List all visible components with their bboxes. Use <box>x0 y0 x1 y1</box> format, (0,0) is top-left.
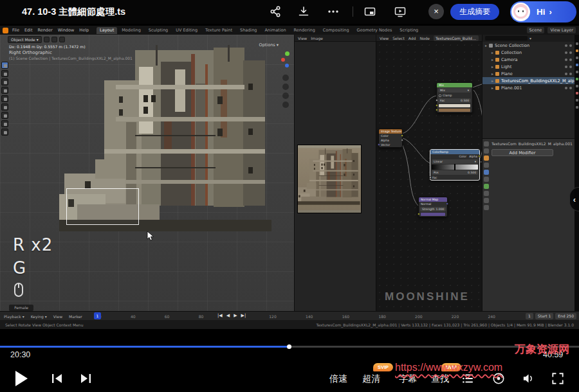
image-editor-pane[interactable]: ViewImage <box>295 35 376 311</box>
menu-item[interactable]: Help <box>79 28 89 33</box>
subtitles-button[interactable]: 字幕 <box>399 373 417 385</box>
ramp-handle[interactable] <box>454 164 455 170</box>
cursor-tool-icon[interactable] <box>1 70 8 77</box>
playback-speed-button[interactable]: 倍速 <box>329 373 347 385</box>
checkbox[interactable] <box>439 94 441 97</box>
outliner-item[interactable]: ▸ Camera <box>482 56 574 63</box>
annotate-tool-icon[interactable] <box>1 112 8 119</box>
move-tool-icon[interactable] <box>1 78 8 85</box>
select-box-tool-icon[interactable] <box>1 62 8 69</box>
selectability-icon[interactable] <box>569 66 572 68</box>
quality-button[interactable]: 超清 <box>362 373 380 385</box>
transport-button[interactable]: |◀ <box>217 313 223 318</box>
tab-icon[interactable] <box>576 71 578 73</box>
ramp-position-field[interactable]: Pos0.500 <box>432 170 478 175</box>
menu-item[interactable]: Add <box>409 36 416 40</box>
proportional-edit-icon[interactable] <box>51 37 57 42</box>
axis-gizmo-y[interactable] <box>285 51 290 56</box>
scale-tool-icon[interactable] <box>1 95 8 102</box>
volume-icon[interactable] <box>521 371 535 386</box>
fullscreen-icon[interactable] <box>551 371 565 386</box>
seek-handle[interactable] <box>287 344 291 349</box>
menu-item[interactable]: Edit <box>24 28 33 33</box>
share-icon[interactable] <box>269 5 282 18</box>
selectability-icon[interactable] <box>569 51 572 54</box>
outliner-item[interactable]: ▸ TexturesCom_BuildingsXXL2_M_alpha.001 <box>482 77 574 84</box>
mix-color2-row[interactable] <box>437 108 472 112</box>
visibility-icon[interactable] <box>565 73 567 75</box>
outliner-item[interactable]: ▸ Plane.001 <box>482 84 574 91</box>
tab-icon[interactable] <box>576 99 578 102</box>
account-area[interactable]: Hi › <box>510 1 576 22</box>
workspace-tab[interactable]: Sculpting <box>145 27 171 34</box>
view-menu[interactable]: View <box>53 314 62 319</box>
playlist-drawer-handle[interactable]: ‹ <box>569 187 579 211</box>
scene-selector[interactable]: Scene <box>527 27 545 33</box>
user-avatar[interactable] <box>511 3 530 21</box>
outliner-item[interactable]: ▸ Collection <box>482 49 574 56</box>
properties-tab-icon[interactable] <box>484 170 489 175</box>
tab-icon[interactable] <box>576 92 578 94</box>
playback-menu[interactable]: Playback ▾ <box>4 314 24 319</box>
workspace-tab[interactable]: Scripting <box>396 27 421 34</box>
transport-button[interactable]: ▶| <box>241 313 246 318</box>
workspace-tab[interactable]: Modeling <box>118 27 144 34</box>
workspace-tab[interactable]: UV Editing <box>172 27 201 34</box>
workspace-tab[interactable]: Rendering <box>291 27 318 34</box>
menu-item[interactable]: Render <box>37 28 52 33</box>
disclosure-triangle-icon[interactable]: ▸ <box>492 71 493 76</box>
camera-view-icon[interactable] <box>282 93 289 99</box>
normal-map-node[interactable]: Normal Map Normal Strength1.000 <box>418 197 448 217</box>
add-primitive-tool-icon[interactable] <box>1 129 8 136</box>
next-episode-button[interactable] <box>78 373 93 384</box>
menu-item[interactable]: Node <box>419 36 430 40</box>
outliner-item[interactable]: ▸ Plane <box>482 70 574 77</box>
outliner-pane[interactable]: ▾ ▸ Scene Collection ▸ Collection <box>482 35 574 139</box>
options-dropdown[interactable]: Options ▾ <box>259 42 279 48</box>
playlist-icon[interactable] <box>461 371 475 386</box>
tab-icon[interactable] <box>576 78 578 80</box>
tab-icon[interactable] <box>576 57 578 59</box>
properties-tab-icon[interactable] <box>484 205 489 210</box>
properties-tab-icon[interactable] <box>484 198 489 203</box>
color-ramp-gradient[interactable] <box>432 165 478 170</box>
transform-tool-icon[interactable] <box>1 103 8 111</box>
workspace-tab[interactable]: Compositing <box>320 27 353 34</box>
selectability-icon[interactable] <box>569 87 572 89</box>
properties-tab-icon[interactable] <box>484 156 489 161</box>
selectability-icon[interactable] <box>569 73 572 75</box>
generate-summary-button[interactable]: 生成摘要 <box>450 4 499 20</box>
axis-gizmo-z[interactable] <box>285 64 289 67</box>
disclosure-triangle-icon[interactable]: ▸ <box>485 43 487 48</box>
properties-tab-icon[interactable] <box>484 163 489 168</box>
pan-hand-icon[interactable] <box>282 84 289 90</box>
color-swatch[interactable] <box>439 109 470 112</box>
workspace-tab[interactable]: Geometry Nodes <box>354 27 396 34</box>
transport-button[interactable]: ▶ <box>234 313 237 318</box>
frame-end-field[interactable]: End 250 <box>555 313 576 319</box>
workspace-tab[interactable]: Animation <box>261 27 289 34</box>
timeline-editor[interactable]: Playback ▾ Keying ▾ View Marker 20406080… <box>0 311 579 320</box>
normal-strength-field[interactable]: Strength1.000 <box>420 207 446 211</box>
mix-clamp-row[interactable]: Clamp <box>437 93 472 98</box>
visibility-icon[interactable] <box>565 51 567 54</box>
3d-viewport[interactable]: Object Mode ▾ Dx: 0.1948 m Dy: 0.5557 m … <box>0 35 295 311</box>
mode-selector[interactable]: Object Mode ▾ <box>8 36 42 43</box>
play-button[interactable] <box>14 370 28 387</box>
view-layer-selector[interactable]: View Layer <box>547 27 576 33</box>
more-options-icon[interactable] <box>327 5 340 18</box>
properties-tab-icon[interactable] <box>484 177 489 182</box>
snap-toggle-icon[interactable] <box>44 37 50 42</box>
color-swatch[interactable] <box>439 104 470 107</box>
workspace-tab[interactable]: Layout <box>96 27 117 34</box>
texture-image-preview[interactable] <box>297 145 362 213</box>
tab-icon[interactable] <box>576 106 578 109</box>
properties-tab-icon[interactable] <box>484 191 489 196</box>
menu-item[interactable]: Select <box>392 36 405 40</box>
add-modifier-button[interactable]: Add Modifier <box>492 149 553 156</box>
menu-item[interactable]: View <box>380 36 389 40</box>
workspace-tab[interactable]: Shading <box>237 27 260 34</box>
properties-tab-icon[interactable] <box>484 148 489 154</box>
disclosure-triangle-icon[interactable]: ▸ <box>492 57 493 62</box>
zoom-icon[interactable] <box>282 75 289 81</box>
